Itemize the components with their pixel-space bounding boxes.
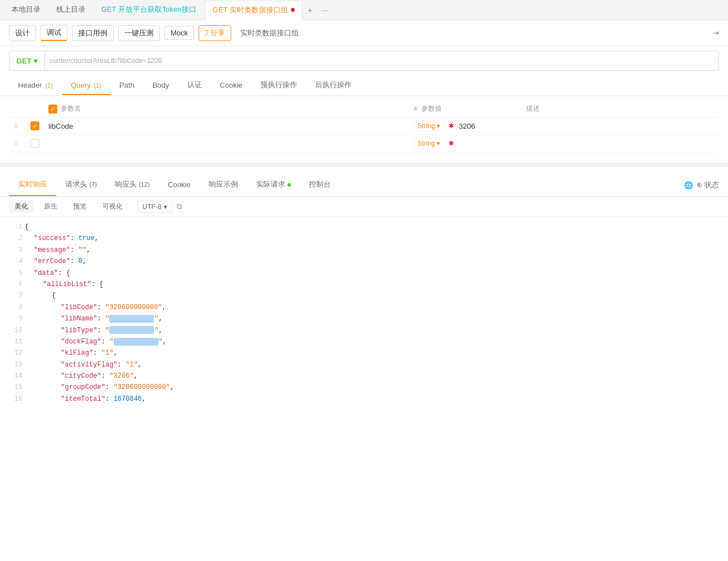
mock-button[interactable]: Mock	[164, 26, 194, 40]
globe-icon: 🌐	[684, 181, 693, 189]
param-tab-cookie[interactable]: Cookie	[211, 76, 251, 95]
share-icon: ⤴	[205, 29, 209, 37]
resp-tab-console[interactable]: 控制台	[300, 174, 340, 196]
toolbar-right-icon[interactable]: ⇥	[713, 29, 719, 37]
col-name-header: 参数名	[61, 104, 81, 114]
view-visual[interactable]: 可视化	[97, 200, 128, 213]
json-line-15: 15 "groupCode": "320600000000",	[9, 382, 719, 393]
json-line-6: 6 "allLibList": [	[9, 279, 719, 290]
select-all-checkbox[interactable]	[48, 105, 57, 114]
one-click-test-button[interactable]: 一键压测	[118, 25, 160, 41]
share-button[interactable]: ⤴ 分享	[199, 25, 231, 41]
param-tabs: Header (1) Query (1) Path Body 认证 Cookie…	[0, 75, 728, 96]
drag-handle[interactable]: ⠿	[14, 140, 19, 148]
tab-realtime-label: GET 实时类数据接口组	[213, 5, 288, 15]
param-tab-header[interactable]: Header (1)	[9, 76, 62, 95]
json-line-7: 7 {	[9, 290, 719, 301]
design-button[interactable]: 设计	[9, 25, 36, 41]
json-line-10: 10 "libType": " ",	[9, 325, 719, 336]
tab-token-label: GET 开放平台获取Token接口	[101, 4, 196, 15]
resp-tab-example[interactable]: 响应示例	[200, 174, 247, 196]
encoding-select[interactable]: UTF-8 ▾	[137, 201, 172, 213]
resp-tab-realtime[interactable]: 实时响应	[9, 174, 56, 196]
share-label: 分享	[210, 28, 225, 38]
resp-toolbar: 美化 原生 预览 可视化 UTF-8 ▾ ⧉	[0, 197, 728, 217]
url-display: ounter/counterAreaLib?libCode=3206	[45, 57, 167, 65]
param-tab-auth[interactable]: 认证	[178, 75, 211, 96]
drag-handle[interactable]: ⠿	[14, 123, 19, 130]
url-bar: GET ▾ ounter/counterAreaLib?libCode=3206	[9, 51, 719, 71]
section-divider	[0, 164, 728, 167]
copy-button[interactable]: ⧉	[177, 202, 182, 211]
row2-required: ✱	[448, 139, 454, 147]
json-viewer: 1 { 2 "success": true, 3 "message": "", …	[0, 217, 728, 409]
tab-local[interactable]: 本地目录	[5, 0, 47, 20]
table-row: ⠿ String ▾ ✱	[9, 135, 719, 152]
table-row: ⠿ libCode String ▾ ✱ 3206	[9, 117, 719, 135]
tab-online[interactable]: 线上目录	[50, 0, 92, 20]
params-table: 参数名 ≡ 参数值 描述 ⠿ libCode	[9, 101, 719, 152]
tab-more-button[interactable]: ···	[318, 6, 331, 15]
tab-local-label: 本地目录	[11, 4, 41, 15]
json-line-5: 5 "data": {	[9, 268, 719, 279]
resp-tab-request-headers[interactable]: 请求头 (7)	[56, 174, 106, 196]
equals-icon: ≡	[414, 105, 417, 112]
row1-required: ✱	[448, 122, 454, 130]
json-line-1: 1 {	[9, 221, 719, 233]
debug-button[interactable]: 调试	[41, 25, 68, 41]
encoding-label: UTF-8	[142, 203, 161, 211]
interface-example-button[interactable]: 接口用例	[72, 25, 114, 41]
json-line-3: 3 "message": "",	[9, 245, 719, 256]
view-beautify[interactable]: 美化	[9, 200, 34, 213]
tab-realtime[interactable]: GET 实时类数据接口组	[205, 1, 302, 20]
param-tab-post[interactable]: 后执行操作	[306, 75, 361, 96]
method-select[interactable]: GET ▾	[10, 51, 45, 70]
json-line-4: 4 "errCode": 0,	[9, 256, 719, 267]
json-line-16: 16 "itemTotal": 1670846,	[9, 393, 719, 405]
json-line-8: 8 "libCode": "320600000000",	[9, 302, 719, 313]
response-tabs: 实时响应 请求头 (7) 响应头 (12) Cookie 响应示例 实际请求 控…	[0, 174, 728, 197]
row2-type[interactable]: String ▾	[414, 138, 444, 149]
row1-value: 3206	[459, 122, 475, 130]
tab-token[interactable]: GET 开放平台获取Token接口	[95, 0, 203, 20]
resp-tab-cookie[interactable]: Cookie	[159, 175, 199, 196]
param-tab-query[interactable]: Query (1)	[62, 76, 110, 95]
col-desc-header: 描述	[522, 101, 719, 117]
toolbar-title: 实时类数据接口组	[240, 28, 299, 38]
json-line-14: 14 "cityCode": "3206",	[9, 370, 719, 382]
resp-status[interactable]: 🌐 ⊕ 状态	[684, 180, 719, 190]
resp-tab-response-headers[interactable]: 响应头 (12)	[106, 174, 159, 196]
param-tab-pre[interactable]: 预执行操作	[251, 75, 306, 96]
view-preview[interactable]: 预览	[68, 200, 92, 213]
param-tab-path[interactable]: Path	[110, 76, 143, 95]
toolbar: 设计 调试 接口用例 一键压测 Mock ⤴ 分享 实时类数据接口组 ⇥	[0, 20, 728, 46]
status-label: ⊕ 状态	[696, 180, 719, 190]
row2-checkbox[interactable]	[30, 139, 39, 148]
json-line-12: 12 "klFlag": "1",	[9, 347, 719, 359]
view-raw[interactable]: 原生	[38, 200, 63, 213]
method-chevron: ▾	[34, 57, 38, 65]
method-label: GET	[16, 57, 32, 65]
row1-checkbox[interactable]	[30, 121, 39, 130]
json-line-2: 2 "success": true,	[9, 233, 719, 244]
param-tab-body[interactable]: Body	[143, 76, 178, 95]
resp-tab-actual[interactable]: 实际请求	[247, 174, 300, 196]
tab-bar: 本地目录 线上目录 GET 开放平台获取Token接口 GET 实时类数据接口组…	[0, 0, 728, 20]
json-line-11: 11 "dockFlag": " ",	[9, 336, 719, 347]
row1-type[interactable]: String ▾	[414, 120, 444, 132]
row1-name: libCode	[48, 122, 73, 130]
json-line-13: 13 "activityFlag": "1",	[9, 359, 719, 370]
json-line-9: 9 "libName": " ",	[9, 313, 719, 324]
tab-dot	[291, 8, 295, 12]
tab-add-button[interactable]: +	[304, 6, 316, 15]
col-value-header: 参数值	[421, 105, 442, 112]
params-section: 参数名 ≡ 参数值 描述 ⠿ libCode	[0, 96, 728, 157]
encoding-chevron: ▾	[164, 203, 167, 211]
tab-online-label: 线上目录	[56, 4, 86, 15]
